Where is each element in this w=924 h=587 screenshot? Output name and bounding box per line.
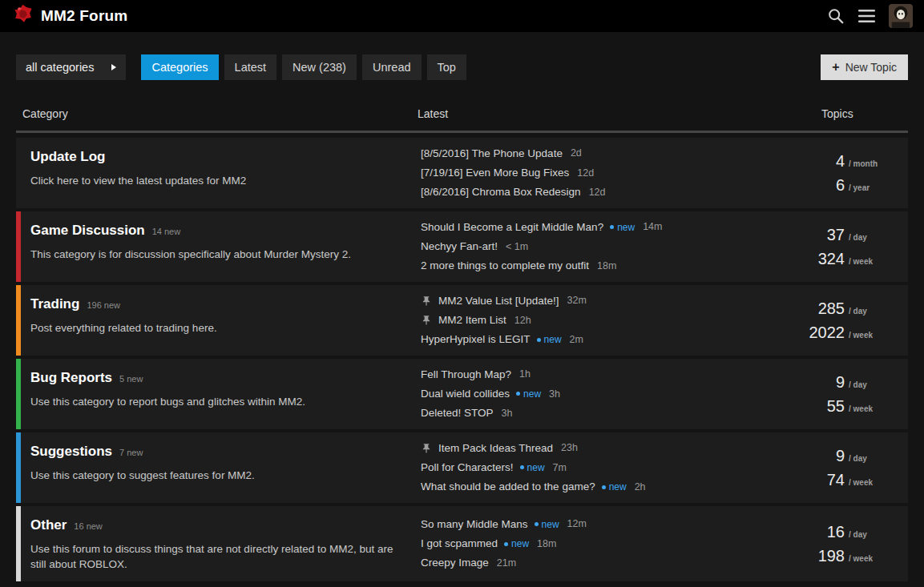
topic-time: 21m xyxy=(497,557,516,569)
stat-value: 55 xyxy=(798,397,845,416)
stat-value: 285 xyxy=(798,300,845,318)
topic-title-link[interactable]: Should I Become a Legit Middle Man? xyxy=(421,221,603,234)
category-name-link[interactable]: Game Discussion xyxy=(30,223,145,239)
topic-title-link[interactable]: [8/6/2016] Chroma Box Redesign xyxy=(421,186,581,199)
stat-unit: / week xyxy=(849,257,887,266)
topic-title-link[interactable]: Creepy Image xyxy=(421,557,489,569)
forum-logo-icon xyxy=(13,4,34,28)
category-title-line: Update Log xyxy=(30,149,401,165)
topic-title-link[interactable]: So many Middle Mans xyxy=(421,518,528,531)
tab-latest[interactable]: Latest xyxy=(224,54,277,80)
category-description: Click here to view the latest updates fo… xyxy=(30,173,401,188)
topic-title-link[interactable]: 2 more things to complete my outfit xyxy=(421,259,589,272)
new-badge-label: new xyxy=(511,538,529,549)
category-name-link[interactable]: Suggestions xyxy=(30,444,112,460)
stat-value: 198 xyxy=(798,547,845,565)
tab-new-238[interactable]: New (238) xyxy=(282,54,357,80)
tab-categories[interactable]: Categories xyxy=(141,54,218,80)
new-badge-label: new xyxy=(542,519,559,530)
new-topic-badge: new xyxy=(602,481,627,493)
stat-unit: / day xyxy=(849,307,887,316)
new-badge-label: new xyxy=(527,462,545,473)
topic-time: 12m xyxy=(567,518,587,530)
category-new-count: 5 new xyxy=(119,374,143,384)
category-stats: 4/ month6/ year xyxy=(780,138,908,208)
topic-line: 2 more things to complete my outfit18m xyxy=(421,259,777,272)
category-stat: 9/ day xyxy=(780,373,887,392)
stat-value: 2022 xyxy=(798,324,845,342)
category-new-count: 14 new xyxy=(152,227,180,236)
topic-title-link[interactable]: Nechyy Fan-art! xyxy=(421,240,498,253)
topic-line: Deleted! STOP3h xyxy=(421,407,777,420)
search-icon[interactable] xyxy=(827,7,845,25)
user-avatar[interactable] xyxy=(889,4,913,28)
stat-value: 74 xyxy=(798,471,845,489)
category-title-line: Suggestions 7 new xyxy=(30,444,401,460)
pinned-icon xyxy=(421,315,432,326)
category-description: Use this category to report bugs and gli… xyxy=(30,394,401,409)
category-filter-label: all categories xyxy=(26,61,94,74)
topic-title-link[interactable]: Deleted! STOP xyxy=(421,407,494,420)
topic-title-link[interactable]: Poll for Characters! xyxy=(421,461,514,474)
new-topic-badge: new xyxy=(504,538,529,549)
topic-line: So many Middle Mansnew12m xyxy=(421,518,777,531)
tab-top[interactable]: Top xyxy=(427,54,466,80)
topic-title-link[interactable]: MM2 Value List [Update!] xyxy=(438,295,559,308)
stat-unit: / week xyxy=(849,404,887,413)
category-stat: 37/ day xyxy=(780,226,887,244)
topic-title-link[interactable]: HyperHypixel is LEGIT xyxy=(421,333,531,346)
topic-title-link[interactable]: MM2 Item List xyxy=(438,314,506,327)
category-cell: Bug Reports 5 new Use this category to r… xyxy=(21,359,418,429)
category-new-count: 7 new xyxy=(119,448,143,457)
stat-unit: / day xyxy=(849,530,887,539)
tab-unread[interactable]: Unread xyxy=(362,54,422,80)
category-name-link[interactable]: Update Log xyxy=(30,149,106,165)
stat-unit: / year xyxy=(849,183,887,192)
caret-right-icon xyxy=(111,64,116,70)
category-name-link[interactable]: Other xyxy=(30,517,67,533)
category-title-line: Trading 196 new xyxy=(30,296,401,312)
new-topic-button[interactable]: + New Topic xyxy=(821,54,908,80)
stat-value: 16 xyxy=(798,523,845,541)
hamburger-menu-icon[interactable] xyxy=(858,9,875,23)
forum-brand[interactable]: MM2 Forum xyxy=(13,4,127,28)
new-badge-label: new xyxy=(617,222,635,233)
new-badge-label: new xyxy=(523,388,541,400)
stat-value: 37 xyxy=(798,226,845,244)
category-stat: 6/ year xyxy=(780,176,887,195)
category-cell: Suggestions 7 new Use this category to s… xyxy=(21,432,418,503)
topic-title-link[interactable]: Dual wield collides xyxy=(421,388,510,400)
topic-line: Nechyy Fan-art!< 1m xyxy=(421,240,777,253)
topic-line: What should be added to the game?new2h xyxy=(421,480,777,493)
topic-title-link[interactable]: Item Pack Ideas Thread xyxy=(438,442,553,455)
stat-unit: / week xyxy=(849,331,887,340)
category-filter-dropdown[interactable]: all categories xyxy=(16,54,126,80)
column-header-category: Category xyxy=(22,107,418,120)
topic-time: 7m xyxy=(553,462,567,474)
category-name-link[interactable]: Bug Reports xyxy=(30,370,112,386)
stat-unit: / week xyxy=(849,554,887,563)
new-dot-icon xyxy=(535,522,539,526)
top-header: MM2 Forum xyxy=(0,0,924,32)
topic-time: 2m xyxy=(570,334,583,346)
topic-line: MM2 Value List [Update!]32m xyxy=(421,295,777,308)
stat-unit: / day xyxy=(849,233,887,242)
category-stats: 9/ day55/ week xyxy=(780,359,908,429)
category-stats: 37/ day324/ week xyxy=(780,211,908,282)
topic-time: 1h xyxy=(519,368,531,380)
new-topic-label: New Topic xyxy=(845,61,897,74)
topic-title-link[interactable]: [7/19/16] Even More Bug Fixes xyxy=(421,167,569,179)
category-name-link[interactable]: Trading xyxy=(30,296,79,312)
topic-title-link[interactable]: [8/5/2016] The Phone Update xyxy=(421,147,563,160)
category-row: Suggestions 7 new Use this category to s… xyxy=(16,432,908,503)
topic-line: [7/19/16] Even More Bug Fixes12d xyxy=(421,167,777,179)
topic-time: < 1m xyxy=(506,241,528,253)
category-cell: Trading 196 new Post everything related … xyxy=(21,285,418,356)
category-stat: 9/ day xyxy=(780,447,887,465)
topic-title-link[interactable]: Fell Through Map? xyxy=(421,368,511,381)
topic-title-link[interactable]: I got scpammed xyxy=(421,537,498,550)
new-dot-icon xyxy=(520,465,524,469)
new-topic-badge: new xyxy=(610,222,635,233)
category-table-body: Update Log Click here to view the latest… xyxy=(16,133,908,581)
topic-title-link[interactable]: What should be added to the game? xyxy=(421,480,595,493)
